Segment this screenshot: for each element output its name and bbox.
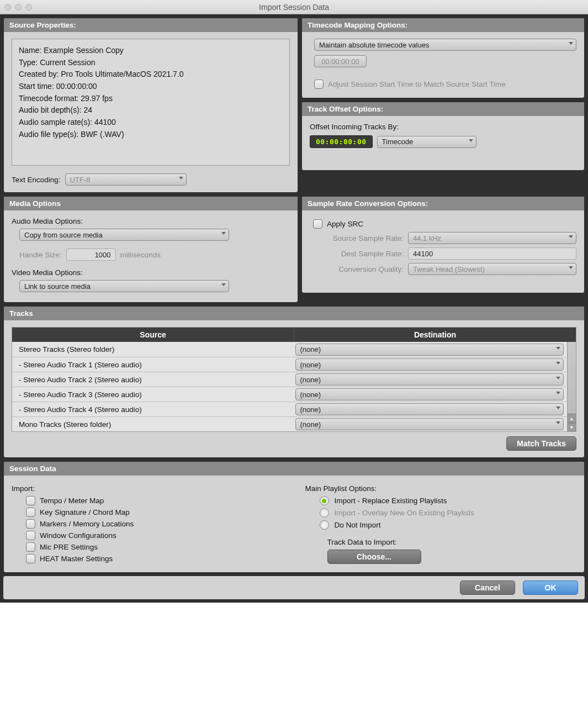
markers-checkbox[interactable]	[26, 519, 35, 529]
dest-sr-input[interactable]	[408, 247, 576, 260]
playlist-overlay-label: Import - Overlay New On Existing Playlis…	[335, 509, 475, 517]
window-title: Import Session Data	[0, 3, 588, 12]
import-label: Import:	[12, 484, 283, 493]
title-bar: Import Session Data	[0, 0, 588, 14]
table-row: - Stereo Audio Track 1 (Stereo audio)(no…	[12, 357, 567, 372]
track-destination-select[interactable]: (none)	[295, 388, 564, 400]
table-row: Stereo Tracks (Stereo folder)(none)	[12, 342, 567, 357]
playlist-label: Main Playlist Options:	[305, 484, 577, 493]
tracks-table: Source Destination Stereo Tracks (Stereo…	[12, 327, 576, 432]
track-destination-select[interactable]: (none)	[295, 373, 564, 386]
ok-button[interactable]: OK	[523, 580, 578, 595]
apply-src-label: Apply SRC	[327, 220, 363, 228]
prop-bit: Audio bit depth(s): 24	[19, 104, 283, 117]
dialog-body: Source Properties: Name: Example Session…	[0, 14, 588, 603]
source-properties-header: Source Properties:	[4, 18, 298, 32]
quality-select[interactable]: Tweak Head (Slowest)	[408, 263, 576, 275]
timecode-mapping-header: Timecode Mapping Options:	[302, 18, 584, 32]
audio-media-select[interactable]: Copy from source media	[19, 229, 229, 241]
playlist-replace-label: Import - Replace Existing Playlists	[335, 497, 447, 505]
dest-sr-label: Dest Sample Rate:	[310, 250, 404, 258]
micpre-checkbox[interactable]	[26, 542, 35, 552]
timecode-mode-select[interactable]: Maintain absolute timecode values	[314, 39, 576, 51]
micpre-label: Mic PRE Settings	[40, 543, 98, 551]
scroll-down-icon[interactable]: ▼	[568, 423, 576, 431]
track-source-cell[interactable]: Stereo Tracks (Stereo folder)	[12, 342, 294, 357]
handle-size-input[interactable]	[66, 249, 116, 261]
prop-tcfmt: Timecode format: 29.97 fps	[19, 93, 283, 105]
handle-size-unit: milliseconds	[120, 251, 161, 259]
window-zoom-button[interactable]	[25, 4, 32, 10]
media-options-panel: Media Options Audio Media Options: Copy …	[3, 196, 298, 303]
match-tracks-button[interactable]: Match Tracks	[506, 436, 576, 451]
timecode-mapping-panel: Timecode Mapping Options: Maintain absol…	[301, 18, 585, 98]
tempo-checkbox[interactable]	[26, 496, 35, 505]
source-properties-panel: Source Properties: Name: Example Session…	[3, 18, 298, 193]
track-destination-select[interactable]: (none)	[295, 344, 564, 356]
track-destination-select[interactable]: (none)	[295, 403, 564, 415]
offset-unit-select[interactable]: Timecode	[377, 136, 476, 148]
table-row: - Stereo Audio Track 4 (Stereo audio)(no…	[12, 402, 567, 416]
audio-media-label: Audio Media Options:	[12, 217, 290, 225]
track-destination-select[interactable]: (none)	[295, 358, 564, 371]
prop-start: Start time: 00:00:00:00	[19, 81, 283, 93]
track-source-cell[interactable]: - Stereo Audio Track 4 (Stereo audio)	[12, 402, 294, 416]
tracks-panel: Tracks Source Destination Stereo Tracks …	[3, 306, 585, 458]
playlist-overlay-radio[interactable]	[320, 508, 329, 518]
cancel-button[interactable]: Cancel	[460, 580, 515, 595]
video-media-label: Video Media Options:	[12, 268, 290, 277]
prop-sr: Audio sample rate(s): 44100	[19, 117, 283, 129]
scroll-up-icon[interactable]: ▲	[568, 414, 576, 423]
choose-button[interactable]: Choose...	[327, 550, 421, 564]
window-close-button[interactable]	[4, 4, 11, 10]
apply-src-checkbox[interactable]	[313, 219, 322, 229]
window-config-checkbox[interactable]	[26, 531, 35, 540]
col-source: Source	[12, 328, 294, 342]
offset-value-input[interactable]: 00:00:00:00	[310, 135, 373, 148]
quality-label: Conversion Quality:	[310, 265, 404, 273]
table-row: Mono Tracks (Stereo folder)(none)	[12, 416, 567, 431]
video-media-select[interactable]: Link to source media	[19, 280, 229, 292]
key-checkbox[interactable]	[26, 508, 35, 517]
offset-label: Offset Incoming Tracks By:	[310, 123, 576, 131]
heat-label: HEAT Master Settings	[40, 555, 113, 563]
track-source-cell[interactable]: - Stereo Audio Track 1 (Stereo audio)	[12, 357, 294, 372]
markers-label: Markers / Memory Locations	[40, 520, 134, 528]
window-config-label: Window Configurations	[40, 531, 116, 540]
track-source-cell[interactable]: Mono Tracks (Stereo folder)	[12, 417, 294, 431]
track-offset-header: Track Offset Options:	[302, 102, 584, 116]
heat-checkbox[interactable]	[26, 554, 35, 563]
track-source-cell[interactable]: - Stereo Audio Track 3 (Stereo audio)	[12, 387, 294, 402]
src-header: Sample Rate Conversion Options:	[302, 197, 584, 210]
track-data-label: Track Data to Import:	[327, 538, 577, 546]
track-source-cell[interactable]: - Stereo Audio Track 2 (Stereo audio)	[12, 372, 294, 387]
handle-size-label: Handle Size:	[19, 251, 62, 259]
prop-created: Created by: Pro Tools Ultimate/MacOS 202…	[19, 68, 283, 81]
source-sr-label: Source Sample Rate:	[310, 234, 404, 242]
session-data-panel: Session Data Import: Tempo / Meter Map K…	[3, 461, 585, 573]
tempo-label: Tempo / Meter Map	[40, 497, 104, 505]
source-sr-select[interactable]: 44.1 kHz	[408, 232, 576, 244]
key-label: Key Signature / Chord Map	[40, 508, 130, 516]
text-encoding-select[interactable]: UTF-8	[65, 173, 187, 186]
track-destination-select[interactable]: (none)	[295, 418, 564, 430]
prop-name: Name: Example Session Copy	[19, 45, 283, 57]
tracks-header: Tracks	[4, 307, 584, 320]
prop-type: Type: Current Session	[19, 57, 283, 69]
playlist-none-radio[interactable]	[320, 520, 329, 530]
src-panel: Sample Rate Conversion Options: Apply SR…	[301, 196, 585, 293]
playlist-none-label: Do Not Import	[335, 521, 381, 529]
session-data-header: Session Data	[4, 462, 584, 476]
source-properties-box: Name: Example Session Copy Type: Current…	[12, 39, 290, 166]
text-encoding-label: Text Encoding:	[12, 176, 61, 184]
dialog-footer: Cancel OK	[3, 576, 585, 599]
media-options-header: Media Options	[4, 197, 298, 210]
tracks-scrollbar[interactable]: ▲ ▼	[567, 342, 576, 431]
window-minimize-button[interactable]	[15, 4, 22, 10]
table-row: - Stereo Audio Track 2 (Stereo audio)(no…	[12, 372, 567, 387]
adjust-start-checkbox[interactable]	[314, 80, 324, 89]
table-row: - Stereo Audio Track 3 (Stereo audio)(no…	[12, 387, 567, 402]
adjust-start-label: Adjust Session Start Time to Match Sourc…	[328, 80, 506, 88]
playlist-replace-radio[interactable]	[320, 496, 329, 505]
prop-ftype: Audio file type(s): BWF (.WAV)	[19, 129, 283, 141]
